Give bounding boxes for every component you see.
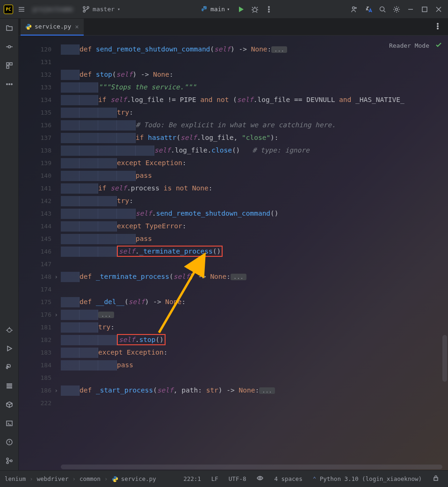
code-line: def __del__(self) -> None: (61, 296, 442, 308)
svg-point-25 (437, 23, 438, 24)
project-tool-icon[interactable] (2, 21, 17, 36)
line-number: 145 (19, 233, 51, 245)
terminal-tool-icon[interactable] (2, 416, 17, 431)
status-interpreter[interactable]: ⌃ Python 3.10 (login_xiaoeknow) (309, 475, 426, 482)
code-content[interactable]: def send_remote_shutdown_command(self) -… (61, 36, 442, 470)
svg-point-0 (83, 7, 85, 8)
svg-point-29 (259, 477, 261, 479)
commit-tool-icon[interactable] (2, 39, 17, 54)
highlight-box: self.stop() (117, 334, 166, 345)
svg-point-26 (437, 26, 438, 27)
branch-icon (82, 6, 90, 13)
svg-rect-14 (10, 63, 12, 65)
line-number: 182 (19, 334, 51, 346)
line-number: 142 (19, 195, 51, 207)
hamburger-icon[interactable] (16, 4, 27, 15)
svg-point-6 (268, 8, 269, 9)
breadcrumb[interactable]: lenium› webdriver› common› service.py (5, 475, 156, 482)
git-tool-icon[interactable] (2, 453, 17, 468)
code-line: def _start_process(self, path: str) -> N… (61, 384, 442, 397)
line-number: 136 (19, 119, 51, 131)
translate-icon[interactable] (363, 4, 374, 15)
editor-tab-service[interactable]: service.py × (21, 19, 84, 36)
python-console-icon[interactable] (2, 360, 17, 375)
code-line: try: (61, 321, 442, 334)
python-file-icon (25, 23, 32, 30)
problems-tool-icon[interactable] (2, 435, 17, 450)
code-line: pass (61, 169, 442, 182)
line-number: 141 (19, 182, 51, 195)
minimize-button[interactable] (405, 4, 416, 15)
line-number: 175 (19, 296, 51, 308)
python-file-icon (112, 476, 118, 482)
line-number: 140 (19, 169, 51, 182)
code-with-me-icon[interactable] (349, 4, 360, 15)
tab-close-icon[interactable]: × (75, 23, 79, 30)
python-packages-icon[interactable] (2, 397, 17, 412)
horizontal-scrollbar[interactable] (61, 465, 442, 469)
svg-point-5 (268, 6, 269, 7)
fold-marker[interactable]: ... (231, 274, 246, 280)
status-lock-icon[interactable] (428, 474, 443, 483)
search-icon[interactable] (377, 4, 388, 15)
svg-point-16 (6, 84, 7, 85)
status-readonly-icon[interactable] (253, 474, 267, 483)
line-number[interactable]: 176 (19, 308, 51, 321)
code-line: self.log_file.close() # type: ignore (61, 144, 442, 157)
code-line: except Exception: (61, 346, 442, 359)
line-number: 120 (19, 43, 51, 56)
code-line: self._terminate_process() (61, 245, 442, 258)
svg-point-7 (268, 11, 269, 12)
line-number: 135 (19, 106, 51, 119)
line-number[interactable]: 148 (19, 270, 51, 283)
code-line: except TypeError: (61, 220, 442, 233)
more-tool-icon[interactable] (2, 77, 17, 92)
line-number: 181 (19, 321, 51, 334)
code-line: # Todo: Be explicit in what we are catch… (61, 119, 442, 131)
run-config-name: main (210, 6, 225, 13)
status-indent[interactable]: 4 spaces (270, 475, 306, 482)
code-line: def _terminate_process(self) -> None:... (61, 270, 442, 283)
status-encoding[interactable]: UTF-8 (225, 475, 250, 482)
settings-icon[interactable] (391, 4, 402, 15)
line-number: 143 (19, 207, 51, 220)
line-number: 222 (19, 397, 51, 409)
reader-mode-label[interactable]: Reader Mode (389, 42, 429, 49)
run-configuration[interactable]: main ▾ (198, 6, 232, 13)
svg-rect-15 (7, 66, 9, 68)
code-line: pass (61, 359, 442, 371)
status-line-ending[interactable]: LF (208, 475, 222, 482)
svg-point-9 (380, 7, 384, 11)
debug-button[interactable] (249, 4, 260, 15)
structure-tool-icon[interactable] (2, 58, 17, 73)
fold-marker[interactable]: ... (259, 387, 275, 394)
svg-point-22 (7, 458, 8, 460)
status-caret-position[interactable]: 222:1 (180, 475, 205, 482)
tab-more-icon[interactable] (434, 22, 446, 31)
code-editor[interactable]: Reader Mode 120 131 132 133 134 135 136 … (19, 36, 448, 470)
close-button[interactable] (433, 4, 444, 15)
maximize-button[interactable] (419, 4, 430, 15)
inspection-ok-icon[interactable] (435, 41, 442, 50)
line-number: 137 (19, 131, 51, 144)
fold-marker[interactable]: ... (98, 312, 114, 318)
line-number: 147 (19, 258, 51, 270)
vcs-branch-widget[interactable]: master ▾ (79, 6, 124, 13)
code-line: self.send_remote_shutdown_command() (61, 207, 442, 220)
svg-point-23 (7, 462, 8, 464)
run-tool-icon[interactable] (2, 341, 17, 356)
project-name[interactable]: projectname (30, 6, 76, 13)
code-line: except Exception: (61, 157, 442, 169)
code-line (61, 283, 442, 296)
services-tool-icon[interactable] (2, 378, 17, 393)
run-button[interactable] (235, 4, 246, 15)
more-icon[interactable] (263, 4, 275, 15)
line-number: 132 (19, 68, 51, 81)
debug-tool-icon[interactable] (2, 322, 17, 337)
svg-rect-11 (422, 7, 427, 12)
fold-marker[interactable]: ... (271, 46, 287, 53)
code-line: try: (61, 195, 442, 207)
code-line (61, 397, 442, 409)
vertical-scrollbar[interactable] (442, 335, 447, 382)
line-number[interactable]: 186 (19, 384, 51, 397)
